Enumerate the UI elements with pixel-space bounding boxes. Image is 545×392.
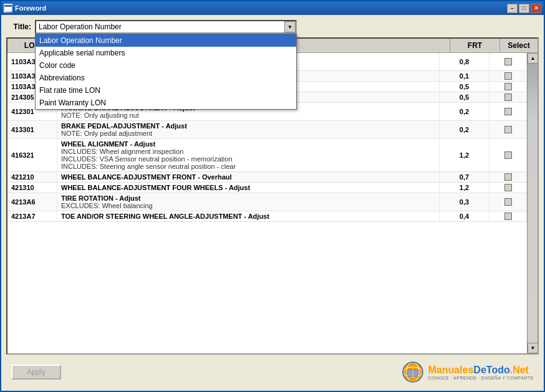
table-row: 4213A7 TOE AND/OR STEERING WHEEL ANGLE-A…: [7, 211, 527, 222]
row-checkbox[interactable]: [504, 173, 512, 181]
logo-icon: [402, 361, 424, 383]
cell-frt: 0,1: [440, 71, 490, 81]
table-row: 416321 WHEEL ALIGNMENT - Adjust INCLUDES…: [7, 139, 527, 172]
title-row: Title: Labor Operation Number ▼ Labor Op…: [6, 20, 539, 34]
title-dropdown[interactable]: Labor Operation Number: [35, 20, 297, 34]
scroll-up-button[interactable]: ▲: [528, 53, 538, 64]
content-area: Title: Labor Operation Number ▼ Labor Op…: [1, 15, 544, 391]
cell-select: [490, 193, 527, 211]
dropdown-option-1[interactable]: Applicable serial numbers: [36, 47, 296, 59]
title-bar-left: Foreword: [4, 4, 46, 12]
logo-area: ManualesDeTodo.Net CONOCE · APRENDE · EN…: [402, 361, 534, 383]
cell-lon: 421210: [7, 172, 57, 182]
cell-desc: WHEEL BALANCE-ADJUSTMENT FOUR WHEELS - A…: [57, 183, 440, 193]
table-row: 4213A6 TIRE ROTATION - Adjust EXCLUDES: …: [7, 193, 527, 211]
dropdown-option-2[interactable]: Color code: [36, 59, 296, 72]
title-field-label: Title:: [6, 22, 31, 31]
cell-frt: 1,2: [440, 139, 490, 171]
cell-lon: 416321: [7, 139, 57, 171]
row-checkbox[interactable]: [504, 198, 512, 206]
cell-select: [490, 172, 527, 182]
cell-select: [490, 139, 527, 171]
col-header-select: Select: [500, 39, 538, 52]
scroll-down-button[interactable]: ▼: [528, 343, 538, 353]
svg-rect-9: [413, 370, 418, 376]
cell-frt: 0,5: [440, 82, 490, 92]
dropdown-option-0[interactable]: Labor Operation Number: [36, 34, 296, 47]
cell-frt: 0,8: [440, 53, 490, 70]
minimize-button[interactable]: –: [507, 4, 518, 13]
cell-lon: 413301: [7, 121, 57, 138]
row-checkbox[interactable]: [504, 151, 512, 159]
maximize-button[interactable]: □: [519, 4, 529, 13]
dropdown-option-4[interactable]: Flat rate time LON: [36, 84, 296, 97]
window-icon: [4, 4, 12, 12]
cell-desc: TOE AND/OR STEERING WHEEL ANGLE-ADJUSTME…: [57, 211, 440, 221]
row-checkbox[interactable]: [504, 83, 512, 90]
foreword-window: Foreword – □ ✕ Title: Labor Operation Nu…: [0, 0, 545, 392]
close-button[interactable]: ✕: [531, 4, 541, 13]
cell-frt: 0,2: [440, 121, 490, 138]
svg-rect-8: [408, 370, 412, 376]
row-checkbox[interactable]: [504, 108, 512, 115]
dropdown-option-3[interactable]: Abbreviations: [36, 72, 296, 84]
scrollbar-track[interactable]: [528, 64, 538, 343]
row-checkbox[interactable]: [504, 93, 512, 101]
cell-desc: TIRE ROTATION - Adjust EXCLUDES: Wheel b…: [57, 193, 440, 211]
cell-select: [490, 121, 527, 138]
row-checkbox[interactable]: [504, 126, 512, 133]
row-checkbox[interactable]: [504, 213, 512, 220]
dropdown-list: Labor Operation Number Applicable serial…: [35, 34, 297, 110]
row-checkbox[interactable]: [504, 72, 512, 80]
row-checkbox[interactable]: [504, 58, 512, 65]
cell-desc: BRAKE PEDAL-ADJUSTMENT - Adjust NOTE: On…: [57, 121, 440, 138]
cell-frt: 0,4: [440, 211, 490, 221]
apply-button[interactable]: Apply: [11, 365, 61, 380]
logo-name: ManualesDeTodo.Net: [428, 365, 534, 376]
cell-frt: 1,2: [440, 183, 490, 193]
title-dropdown-container: Labor Operation Number ▼ Labor Operation…: [35, 20, 297, 34]
cell-lon: 4213A7: [7, 211, 57, 221]
col-header-frt: FRT: [450, 39, 500, 52]
cell-lon: 421310: [7, 183, 57, 193]
bottom-bar: Apply ManualesDeTodo.Net: [6, 358, 539, 386]
cell-select: [490, 71, 527, 81]
svg-rect-1: [4, 5, 12, 7]
table-row: 413301 BRAKE PEDAL-ADJUSTMENT - Adjust N…: [7, 121, 527, 139]
scrollbar: ▲ ▼: [527, 53, 538, 353]
cell-frt: 0,5: [440, 92, 490, 102]
cell-select: [490, 53, 527, 70]
cell-frt: 0,7: [440, 172, 490, 182]
logo-slogan: CONOCE · APRENDE · ENSEÑA Y COMPARTE: [428, 376, 534, 380]
cell-select: [490, 103, 527, 120]
row-checkbox[interactable]: [504, 184, 512, 191]
window-title: Foreword: [15, 4, 46, 12]
cell-select: [490, 92, 527, 102]
cell-frt: 0,3: [440, 193, 490, 211]
cell-select: [490, 211, 527, 221]
table-row: 421310 WHEEL BALANCE-ADJUSTMENT FOUR WHE…: [7, 183, 527, 193]
cell-lon: 4213A6: [7, 193, 57, 211]
title-bar-controls: – □ ✕: [507, 4, 541, 13]
table-row: 421210 WHEEL BALANCE-ADJUSTMENT FRONT - …: [7, 172, 527, 183]
cell-select: [490, 183, 527, 193]
dropdown-option-5[interactable]: Paint Warranty LON: [36, 97, 296, 109]
title-bar: Foreword – □ ✕: [1, 1, 544, 15]
cell-select: [490, 82, 527, 92]
cell-frt: 0,2: [440, 103, 490, 120]
cell-desc: WHEEL BALANCE-ADJUSTMENT FRONT - Overhau…: [57, 172, 440, 182]
logo-text: ManualesDeTodo.Net CONOCE · APRENDE · EN…: [428, 365, 534, 380]
cell-desc: WHEEL ALIGNMENT - Adjust INCLUDES: Wheel…: [57, 139, 440, 171]
